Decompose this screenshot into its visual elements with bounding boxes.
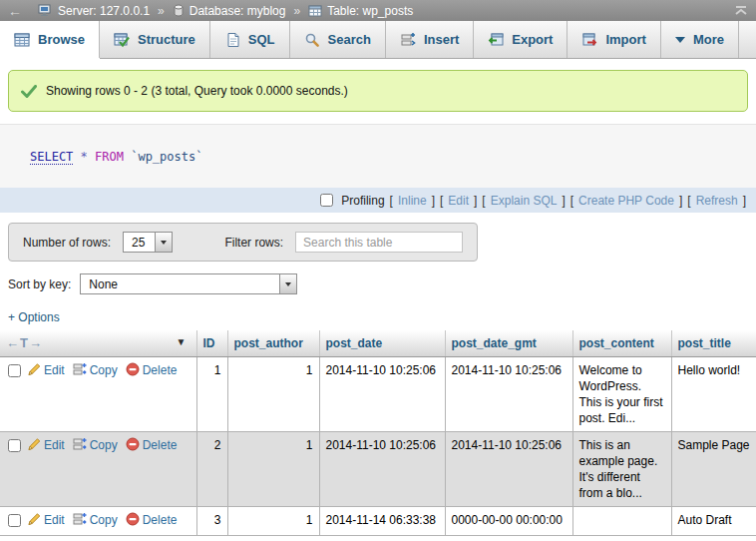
breadcrumb-server-label: Server: 127.0.0.1 (58, 4, 150, 18)
sort-by-key-label: Sort by key: (8, 277, 71, 291)
row-checkbox[interactable] (8, 364, 21, 377)
number-of-rows-select[interactable]: 25 (123, 232, 173, 253)
bracket: ] (743, 194, 746, 208)
column-header-actions: ←T→ ▼ (0, 330, 196, 356)
tab-more[interactable]: More (661, 21, 739, 58)
structure-icon (114, 32, 130, 48)
tab-label: SQL (248, 32, 275, 47)
row-checkbox[interactable] (8, 439, 21, 452)
cell-id: 2 (196, 431, 227, 506)
tab-browse[interactable]: Browse (0, 21, 100, 58)
column-header-post-title[interactable]: post_title (671, 330, 756, 356)
collapse-panel-icon[interactable] (734, 5, 748, 16)
titlebar: ← Server: 127.0.0.1 » Database: myblog »… (0, 0, 756, 21)
sql-keyword-from: FROM (95, 150, 124, 164)
profiling-checkbox[interactable] (320, 194, 333, 207)
cell-post-date-gmt: 0000-00-00 00:00:00 (445, 506, 572, 535)
delete-link[interactable]: Delete (143, 363, 178, 377)
breadcrumb-database[interactable]: Database: myblog (173, 4, 286, 18)
breadcrumb-separator: » (293, 4, 300, 18)
import-icon (581, 32, 597, 48)
tab-label: Export (512, 32, 553, 47)
table-header-row: ←T→ ▼ ID post_author post_date post_date… (0, 330, 756, 356)
cell-post-content: This is an example page. It's different … (572, 431, 671, 506)
cell-post-date-gmt: 2014-11-10 10:25:06 (445, 431, 572, 506)
cell-post-date: 2014-11-14 06:33:38 (319, 506, 445, 535)
edit-link[interactable]: Edit (44, 363, 65, 377)
status-message-text: Showing rows 0 - 2 (3 total, Query took … (46, 84, 348, 98)
edit-link[interactable]: Edit (44, 513, 65, 527)
profiling-label: Profiling (341, 194, 384, 208)
sql-keyword-select[interactable]: SELECT (30, 150, 73, 165)
column-header-post-date[interactable]: post_date (319, 330, 445, 356)
copy-icon (73, 512, 87, 530)
sort-by-key-value: None (81, 274, 279, 293)
server-icon (38, 4, 53, 17)
tab-import[interactable]: Import (567, 21, 660, 58)
explain-sql-link[interactable]: Explain SQL (491, 194, 558, 208)
cell-id: 3 (196, 506, 227, 535)
success-check-icon (21, 85, 37, 98)
column-header-post-author[interactable]: post_author (227, 330, 319, 356)
sql-star: * (73, 150, 95, 164)
sort-by-key-select[interactable]: None (80, 273, 297, 294)
cell-post-author: 1 (227, 431, 319, 506)
tab-label: Import (605, 32, 645, 47)
row-actions-cell: EditCopyDelete (0, 431, 196, 506)
tab-label: Search (328, 32, 371, 47)
copy-link[interactable]: Copy (90, 513, 118, 527)
cell-post-title: Sample Page (671, 431, 756, 506)
results-table: ←T→ ▼ ID post_author post_date post_date… (0, 330, 756, 536)
edit-pencil-icon (27, 512, 41, 530)
row-checkbox[interactable] (8, 514, 21, 527)
copy-icon (73, 362, 87, 380)
table-icon (308, 5, 322, 17)
copy-icon (73, 437, 87, 455)
chevron-down-icon (155, 233, 172, 252)
back-arrow-button[interactable]: ← (8, 4, 22, 18)
cell-post-date-gmt: 2014-11-10 10:25:06 (445, 356, 572, 431)
column-nav-icons[interactable]: ←T→ (6, 335, 43, 350)
search-icon (304, 32, 320, 48)
breadcrumb-server[interactable]: Server: 127.0.0.1 (38, 4, 150, 18)
delete-icon (126, 362, 140, 380)
column-header-post-date-gmt[interactable]: post_date_gmt (445, 330, 572, 356)
breadcrumb-table[interactable]: Table: wp_posts (308, 4, 413, 18)
inline-edit-link[interactable]: Inline (398, 194, 427, 208)
cell-id: 1 (196, 356, 227, 431)
sql-table-identifier: `wp_posts` (124, 150, 202, 164)
refresh-link[interactable]: Refresh (696, 194, 738, 208)
column-header-post-content[interactable]: post_content (572, 330, 671, 356)
create-php-code-link[interactable]: Create PHP Code (578, 194, 674, 208)
tab-export[interactable]: Export (474, 21, 567, 58)
edit-link[interactable]: Edit (44, 438, 65, 452)
tab-label: Browse (38, 32, 85, 47)
export-icon (488, 32, 504, 48)
sort-indicator-icon[interactable]: ▼ (177, 336, 187, 347)
bracket: ] (474, 194, 477, 208)
delete-icon (126, 437, 140, 455)
tab-structure[interactable]: Structure (100, 21, 210, 58)
sql-query: SELECT * FROM `wp_posts` (0, 125, 756, 188)
column-header-id[interactable]: ID (196, 330, 227, 356)
filter-rows-label: Filter rows: (224, 236, 283, 250)
cell-post-date: 2014-11-10 10:25:06 (319, 356, 445, 431)
bracket: [ (687, 194, 690, 208)
options-toggle[interactable]: + Options (8, 310, 60, 324)
edit-query-link[interactable]: Edit (448, 194, 469, 208)
cell-post-content (572, 506, 671, 535)
filter-rows-input[interactable] (295, 232, 463, 253)
table-row: EditCopyDelete 1 1 2014-11-10 10:25:06 2… (0, 356, 756, 431)
delete-link[interactable]: Delete (143, 438, 178, 452)
copy-link[interactable]: Copy (90, 438, 118, 452)
delete-link[interactable]: Delete (143, 513, 178, 527)
copy-link[interactable]: Copy (90, 363, 118, 377)
tab-sql[interactable]: SQL (210, 21, 290, 58)
cell-post-title: Hello world! (671, 356, 756, 431)
row-actions-cell: EditCopyDelete (0, 356, 196, 431)
sql-icon (224, 32, 240, 48)
tab-insert[interactable]: Insert (386, 21, 474, 58)
tab-search[interactable]: Search (290, 21, 386, 58)
edit-pencil-icon (27, 437, 41, 455)
table-row: EditCopyDelete 3 1 2014-11-14 06:33:38 0… (0, 506, 756, 535)
